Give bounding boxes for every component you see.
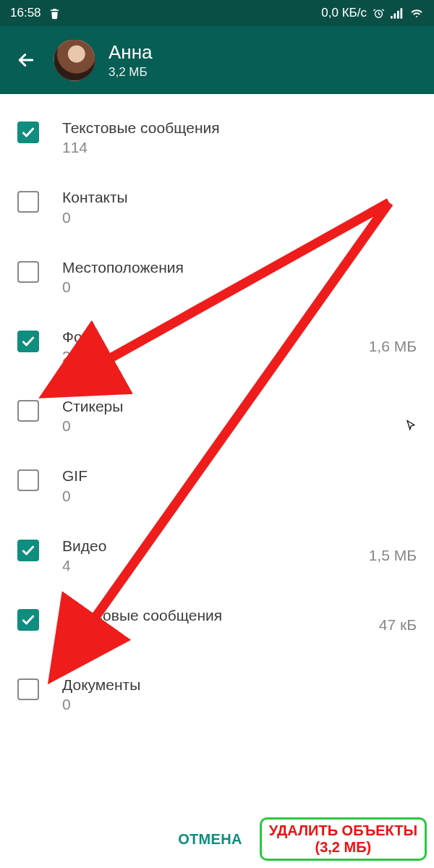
checkbox[interactable] bbox=[17, 469, 39, 491]
item-title: Контакты bbox=[62, 188, 393, 207]
item-size: 1,5 МБ bbox=[369, 547, 417, 564]
back-button[interactable] bbox=[12, 46, 41, 75]
checkbox[interactable] bbox=[17, 678, 39, 700]
header-title-block: Анна 3,2 МБ bbox=[109, 41, 153, 80]
list-item[interactable]: GIF0 bbox=[17, 455, 417, 524]
wifi-icon bbox=[409, 7, 424, 20]
item-title: Голосовые сообщения bbox=[62, 606, 356, 625]
item-size: 47 кБ bbox=[379, 616, 417, 634]
list-item[interactable]: Документы0 bbox=[17, 664, 417, 733]
item-count: 4 bbox=[62, 557, 346, 574]
svg-rect-2 bbox=[394, 13, 396, 18]
item-count: 0 bbox=[62, 488, 393, 505]
contact-total-size: 3,2 МБ bbox=[109, 65, 153, 80]
item-title: Текстовые сообщения bbox=[62, 119, 393, 137]
item-count: 0 bbox=[62, 209, 393, 226]
item-count: 0 bbox=[62, 696, 393, 713]
item-title: Фото bbox=[62, 328, 346, 346]
item-count: 114 bbox=[62, 139, 393, 156]
appbar: Анна 3,2 МБ bbox=[0, 26, 434, 94]
item-title: Местоположения bbox=[62, 258, 393, 277]
checkbox[interactable] bbox=[17, 122, 39, 143]
checkbox[interactable] bbox=[17, 400, 39, 422]
list-item[interactable]: Стикеры0 bbox=[17, 386, 417, 455]
alarm-icon bbox=[373, 7, 385, 20]
contact-name: Анна bbox=[109, 41, 153, 64]
item-title: Видео bbox=[62, 537, 346, 556]
avatar[interactable] bbox=[54, 39, 95, 81]
item-count: 0 bbox=[62, 278, 393, 296]
list-item[interactable]: Фото201,6 МБ bbox=[17, 316, 417, 386]
list-item[interactable]: Текстовые сообщения114 bbox=[17, 107, 417, 176]
svg-rect-1 bbox=[391, 16, 393, 19]
checkbox[interactable] bbox=[17, 191, 39, 213]
trash-icon bbox=[48, 7, 61, 20]
checkbox[interactable] bbox=[17, 609, 39, 631]
item-title: Документы bbox=[62, 676, 393, 694]
list-item[interactable]: Видео41,5 МБ bbox=[17, 525, 417, 595]
list-item[interactable]: Контакты0 bbox=[17, 176, 417, 246]
android-statusbar: 16:58 0,0 КБ/с bbox=[0, 0, 434, 26]
list-item[interactable]: Голосовые сообщения1247 кБ bbox=[17, 595, 417, 664]
item-count: 12 bbox=[62, 626, 356, 644]
item-title: Стикеры bbox=[62, 397, 393, 416]
status-net-rate: 0,0 КБ/с bbox=[321, 6, 367, 20]
cancel-button[interactable]: ОТМЕНА bbox=[168, 824, 252, 855]
item-title: GIF bbox=[62, 467, 393, 485]
status-time: 16:58 bbox=[10, 6, 41, 20]
delete-button-line1: УДАЛИТЬ ОБЪЕКТЫ bbox=[269, 822, 417, 838]
media-category-list: Текстовые сообщения114Контакты0Местополо… bbox=[0, 94, 434, 814]
list-item[interactable]: Местоположения0 bbox=[17, 247, 417, 316]
mouse-cursor-icon bbox=[405, 420, 418, 433]
item-size: 1,6 МБ bbox=[369, 338, 417, 355]
svg-rect-4 bbox=[401, 8, 403, 18]
item-count: 20 bbox=[62, 348, 346, 365]
item-count: 0 bbox=[62, 417, 393, 435]
checkbox[interactable] bbox=[17, 261, 39, 283]
delete-button-line2: (3,2 МБ) bbox=[315, 839, 371, 855]
delete-button[interactable]: УДАЛИТЬ ОБЪЕКТЫ (3,2 МБ) bbox=[260, 817, 427, 861]
checkbox[interactable] bbox=[17, 331, 39, 352]
svg-rect-3 bbox=[397, 10, 399, 18]
checkbox[interactable] bbox=[17, 540, 39, 561]
signal-icon bbox=[391, 7, 404, 20]
footer-bar: ОТМЕНА УДАЛИТЬ ОБЪЕКТЫ (3,2 МБ) bbox=[0, 814, 434, 868]
